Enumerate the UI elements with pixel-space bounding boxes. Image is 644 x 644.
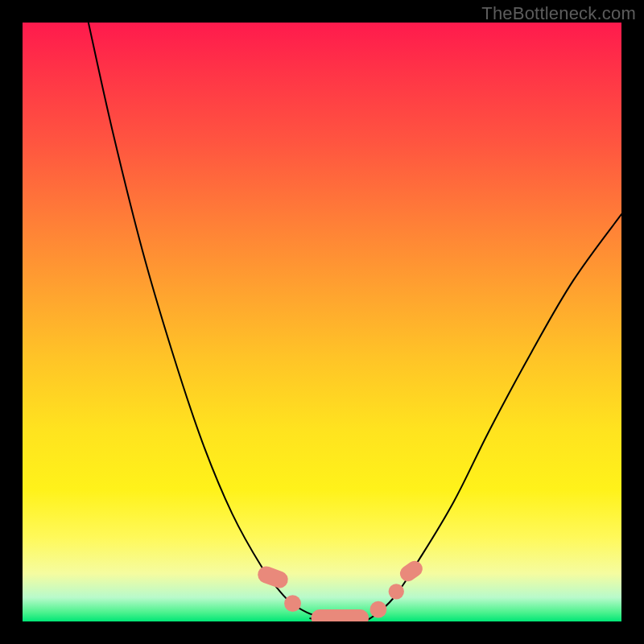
chart-plot-area [23, 23, 621, 621]
chart-marker-pill [397, 558, 425, 584]
curve-layer [89, 23, 621, 621]
chart-marker-pill [312, 609, 369, 621]
chart-marker-dot [370, 601, 387, 618]
chart-svg [23, 23, 621, 621]
chart-marker-dot [389, 584, 404, 599]
chart-marker-dot [284, 595, 301, 612]
bottleneck-curve [89, 23, 621, 621]
chart-frame: TheBottleneck.com [0, 0, 644, 644]
marker-layer [255, 558, 425, 621]
watermark-text: TheBottleneck.com [481, 3, 636, 24]
chart-marker-pill [255, 564, 290, 591]
